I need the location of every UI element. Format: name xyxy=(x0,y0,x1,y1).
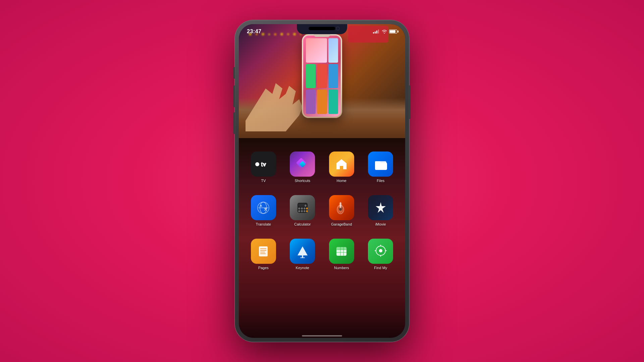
app-grid-row3: Pages Keynote xyxy=(239,235,405,273)
svg-text:A: A xyxy=(260,204,262,207)
numbers-icon xyxy=(334,244,349,259)
app-translate-label: Translate xyxy=(256,222,271,226)
app-home[interactable]: Home xyxy=(324,152,360,183)
shortcuts-icon xyxy=(294,156,311,173)
svg-rect-41 xyxy=(300,257,305,258)
svg-rect-16 xyxy=(301,207,303,209)
home-indicator[interactable] xyxy=(302,335,342,337)
app-grid-row2: A 文 Translate 0 xyxy=(239,192,405,230)
signal-bars-icon xyxy=(373,29,379,34)
app-pages[interactable]: Pages xyxy=(246,239,281,270)
svg-rect-18 xyxy=(306,207,308,209)
apple-tv-icon: tv xyxy=(255,160,272,169)
svg-text:文: 文 xyxy=(264,207,267,211)
svg-marker-39 xyxy=(298,246,308,255)
svg-point-0 xyxy=(255,162,259,166)
app-grid-row1: tv tv TV xyxy=(239,148,405,186)
svg-rect-17 xyxy=(304,207,306,209)
home-icon xyxy=(334,157,349,172)
mute-button[interactable] xyxy=(233,67,235,79)
iphone-device: 23:47 xyxy=(235,20,409,342)
svg-marker-33 xyxy=(376,202,386,213)
keynote-icon xyxy=(295,244,310,259)
power-button[interactable] xyxy=(409,85,411,119)
svg-rect-21 xyxy=(304,210,306,212)
app-shortcuts-label: Shortcuts xyxy=(295,179,310,183)
svg-text:tv: tv xyxy=(261,161,266,168)
app-findmy[interactable]: Find My xyxy=(363,239,399,270)
imovie-icon xyxy=(372,199,389,216)
wifi-icon xyxy=(382,29,387,35)
svg-rect-19 xyxy=(298,210,300,212)
volume-up-button[interactable] xyxy=(233,85,235,107)
app-numbers-label: Numbers xyxy=(334,266,349,270)
app-calculator[interactable]: 0 Calculator xyxy=(285,195,321,226)
app-home-label: Home xyxy=(337,179,346,183)
garageband-icon xyxy=(333,199,350,216)
app-garageband-label: GarageBand xyxy=(331,222,352,226)
mini-phone-in-video xyxy=(302,34,342,118)
svg-rect-4 xyxy=(340,166,343,169)
app-pages-label: Pages xyxy=(258,266,269,270)
phone-screen: 23:47 xyxy=(239,24,405,338)
app-shortcuts[interactable]: Shortcuts xyxy=(285,152,321,183)
files-icon xyxy=(373,157,388,172)
battery-icon xyxy=(389,29,397,34)
svg-point-49 xyxy=(379,249,382,252)
app-files[interactable]: Files xyxy=(363,152,399,183)
findmy-icon xyxy=(372,243,389,260)
signal-bar-2 xyxy=(375,32,376,34)
app-translate[interactable]: A 文 Translate xyxy=(246,195,281,226)
svg-rect-47 xyxy=(336,247,346,250)
app-tv[interactable]: tv tv TV xyxy=(246,152,281,183)
svg-text:0: 0 xyxy=(305,204,306,207)
svg-rect-20 xyxy=(301,210,303,212)
svg-rect-15 xyxy=(298,207,300,209)
svg-rect-34 xyxy=(259,246,268,256)
app-calculator-label: Calculator xyxy=(294,222,311,226)
signal-bar-3 xyxy=(376,31,377,34)
signal-bar-1 xyxy=(373,32,374,34)
app-keynote-label: Keynote xyxy=(296,266,309,270)
app-garageband[interactable]: GarageBand xyxy=(324,195,360,226)
signal-bar-4 xyxy=(378,29,379,34)
app-files-label: Files xyxy=(377,179,384,183)
video-preview[interactable] xyxy=(239,24,405,138)
pages-icon xyxy=(256,244,271,259)
status-time: 23:47 xyxy=(247,28,261,35)
calculator-icon: 0 xyxy=(295,200,310,216)
app-keynote[interactable]: Keynote xyxy=(285,239,321,270)
app-imovie-label: iMovie xyxy=(375,222,386,226)
status-icons xyxy=(373,29,397,35)
app-findmy-label: Find My xyxy=(374,266,387,270)
volume-down-button[interactable] xyxy=(233,112,235,134)
app-tv-label: TV xyxy=(261,179,266,183)
notch xyxy=(297,24,347,34)
app-imovie[interactable]: iMovie xyxy=(363,195,399,226)
svg-rect-22 xyxy=(306,210,308,212)
app-numbers[interactable]: Numbers xyxy=(324,239,360,270)
translate-icon: A 文 xyxy=(256,200,271,216)
svg-rect-40 xyxy=(302,255,303,257)
